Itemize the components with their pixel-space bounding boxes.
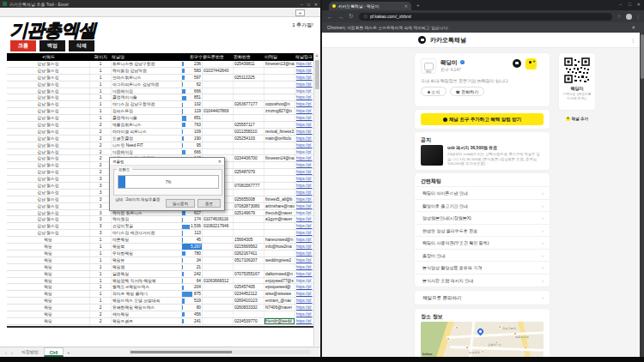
quick-chat-item[interactable]: 본식사진 포함 패키지 안내› xyxy=(415,274,550,287)
table-row[interactable]: 강남 헬스장1클럽케이서울851https://pf. xyxy=(7,115,316,122)
channel-link[interactable]: https://pf. xyxy=(296,184,313,188)
channel-link[interactable]: https://pf. xyxy=(296,75,313,80)
quick-chat-item[interactable]: 웨딩미 아이폰스냅 안내› xyxy=(415,186,550,199)
add-sheet-button[interactable]: + xyxy=(67,350,70,355)
channel-link[interactable]: https://pf. xyxy=(296,130,313,134)
channel-link[interactable]: https://pf. xyxy=(296,204,313,208)
url-bar[interactable]: ⓘ pf.kakao.com/_xbbnxl xyxy=(359,13,611,21)
channel-link[interactable]: https://pf. xyxy=(296,177,313,181)
table-row[interactable]: 웨딩2유쾌한웨딩 웨딩드레스800260833332N7406@naverhtt… xyxy=(7,305,316,311)
quick-chat-item[interactable]: 출장비 안내› xyxy=(415,249,550,262)
minimize-button[interactable]: – xyxy=(301,2,303,7)
site-info-icon[interactable]: ⓘ xyxy=(363,15,368,19)
tab-close-icon[interactable]: ✕ xyxy=(404,3,408,9)
add-channel-banner-button[interactable]: 채널 친구 추가하고 혜택 알림 받기 xyxy=(421,113,544,125)
ribbon-expand-button[interactable]: + xyxy=(295,9,305,16)
channel-link[interactable]: https://pf. xyxy=(296,82,313,87)
reload-icon[interactable]: ↻ xyxy=(349,13,353,20)
scroll-up-arrow[interactable]: ▲ xyxy=(314,53,319,57)
table-row[interactable]: 강남 헬스장3바디스짐 세관사거리점113https://pf. xyxy=(7,230,316,237)
channel-link[interactable]: https://pf. xyxy=(296,95,313,100)
table-row[interactable]: 웨딩2웨딩프렌즈2410234539770friendz@weddhttps:/… xyxy=(7,318,316,325)
channel-link[interactable]: https://pf. xyxy=(296,258,313,262)
channel-link[interactable]: https://pf. xyxy=(296,265,313,269)
scrollbar-thumb[interactable] xyxy=(315,60,319,89)
table-row[interactable]: 웨딩1웨딩드레스 모델 선발대회5190269410123entrant_@na… xyxy=(7,298,316,305)
table-row[interactable]: 강남 헬스장1클럽케이서울851https://pf. xyxy=(7,94,316,101)
table-row[interactable]: 웨딩1웨딩업체 직거래-웨딩북6401063668312enjoywed77@s… xyxy=(7,278,316,285)
quick-chat-item[interactable]: 웨딩미 사용약관(무조건 확인 필독)› xyxy=(415,236,550,249)
table-row[interactable]: 웨딩1우아한웨딩7800262167411https://pf. xyxy=(7,250,316,257)
maximize-button[interactable]: □ xyxy=(307,2,310,7)
channel-link[interactable]: https://pf. xyxy=(296,305,313,310)
quick-chat-item[interactable]: 본식영상 촬영상품 종류와 가격› xyxy=(415,261,550,274)
table-row[interactable]: 강남 헬스장2오렌짓클럽190025254103main@onfitcluhtt… xyxy=(7,136,316,142)
add-friend-button[interactable] xyxy=(526,58,537,69)
infobar-close-icon[interactable]: ✕ xyxy=(631,25,635,30)
table-row[interactable]: 웨딩1달콤웨딩24207075355167dalkomwed@nhttps://… xyxy=(7,271,316,278)
table-row[interactable]: 강남 헬스장1에이블짐 강남역점58301037442640https://pf… xyxy=(7,68,316,75)
hscrollbar-thumb[interactable] xyxy=(131,351,232,353)
channel-link[interactable]: https://pf. xyxy=(296,292,313,296)
table-row[interactable]: 웨딩1벨에포크웨딩드레스204025457405epoquewed@https:… xyxy=(7,284,316,291)
table-row[interactable]: 강남 헬스장1바디스짐 강남구청역점1020263677177ooposhoo@… xyxy=(7,101,316,108)
delete-button[interactable]: 삭제 xyxy=(69,40,94,51)
table-row[interactable]: 웨딩1와이즈 웨딩 플래너8750234452112wise@wisewehtt… xyxy=(7,291,316,298)
crawl-button[interactable]: 크롤 xyxy=(10,40,36,51)
channel-link[interactable]: https://pf. xyxy=(296,299,313,303)
channel-link[interactable]: https://pf. xyxy=(296,156,313,160)
chat-button[interactable] xyxy=(513,59,521,68)
page-scrollbar-thumb[interactable] xyxy=(641,34,644,79)
channel-link[interactable]: https://pf. xyxy=(296,190,313,195)
table-row[interactable]: 강남 헬스장3에이원짐17401074636116a1gym@naverhttp… xyxy=(7,216,316,223)
channel-link[interactable]: https://pf. xyxy=(296,251,313,256)
forward-icon[interactable]: → xyxy=(338,14,344,20)
table-row[interactable]: 강남 헬스장1짐피스트짐11901044407869zmzmg827@nhttp… xyxy=(7,108,316,115)
channel-link[interactable]: https://pf. xyxy=(296,217,313,221)
channel-link[interactable]: https://pf. xyxy=(296,279,313,283)
table-row[interactable]: 강남 헬스장2더몸베이징666https://pf. xyxy=(7,149,316,156)
channel-link[interactable]: https://pf. xyxy=(296,69,313,73)
backup-button[interactable]: 백업 xyxy=(39,40,65,51)
channel-link[interactable]: https://pf. xyxy=(296,319,313,323)
channel-link[interactable]: https://pf. xyxy=(296,102,313,106)
browser-tab[interactable]: 카카오톡채널 - 웨딩미 ✕ xyxy=(329,2,411,10)
quick-chat-item[interactable]: 완성된 영상 클라우드로 전송› xyxy=(415,224,550,237)
channel-link[interactable]: https://pf. xyxy=(296,272,313,276)
channel-link[interactable]: https://pf. xyxy=(296,224,313,228)
notice-item-title[interactable]: usb 패키지 36,500원 유료 xyxy=(447,145,544,150)
channel-link[interactable]: https://pf. xyxy=(296,238,313,242)
close-button[interactable]: ✕ xyxy=(314,2,318,7)
back-icon[interactable]: ← xyxy=(327,14,333,20)
quick-chat-item[interactable]: 영상원본안내(시장원본X)› xyxy=(415,211,550,224)
stop-button[interactable]: 종료 xyxy=(197,199,221,208)
channel-link[interactable]: https://pf. xyxy=(296,116,313,120)
profile-avatar[interactable] xyxy=(626,14,632,20)
channel-link[interactable]: https://pf. xyxy=(296,285,313,289)
call-button[interactable]: ☎ 전화하기 xyxy=(450,87,484,96)
add-channel-button[interactable]: 채널 추가 xyxy=(559,114,595,124)
table-row[interactable]: 강남 헬스장1안아스휘트니스597025112225https://pf. xyxy=(7,75,316,81)
table-row[interactable]: 웨딩2세이웨딩456https://pf. xyxy=(7,311,316,318)
inquiry-card[interactable]: 채팅으로 문의하기 › xyxy=(415,291,550,305)
browser-minimize-button[interactable]: – xyxy=(619,2,622,7)
table-row[interactable]: 강남 헬스장1휘트니스앤 강남구청점236025439811fitnessm13… xyxy=(7,61,316,68)
channel-link[interactable]: https://pf. xyxy=(296,109,313,113)
vertical-scrollbar[interactable]: ▲ xyxy=(313,53,319,346)
new-tab-button[interactable]: + xyxy=(416,3,420,8)
table-row[interactable]: 강남 헬스장1더몸베이징666https://pf. xyxy=(7,88,316,95)
channel-link[interactable]: https://pf. xyxy=(296,136,313,141)
horizontal-scrollbar[interactable] xyxy=(129,350,311,354)
channel-link[interactable]: https://pf. xyxy=(296,211,313,215)
browser-menu-icon[interactable]: ⋮ xyxy=(636,14,641,19)
channel-link[interactable]: https://pf. xyxy=(296,170,313,174)
channel-link[interactable]: https://pf. xyxy=(296,244,313,249)
channel-link[interactable]: https://pf. xyxy=(296,89,313,94)
browser-close-button[interactable]: ✕ xyxy=(636,2,641,7)
table-row[interactable]: 웨딩1웨딩뷰340517106207weddingview2https://pf… xyxy=(7,257,316,264)
channel-link[interactable]: https://pf. xyxy=(296,197,313,202)
table-row[interactable]: 웨딩1웨딩북5,2670215669562info@how2mahttps://… xyxy=(7,244,316,250)
sheet-tab-2-active[interactable]: Ch6 xyxy=(44,347,64,357)
channel-link[interactable]: https://pf. xyxy=(296,163,313,167)
table-row[interactable]: 웨딩1바른웨딩4515664305haneunwed@nhttps://pf. xyxy=(7,237,316,244)
